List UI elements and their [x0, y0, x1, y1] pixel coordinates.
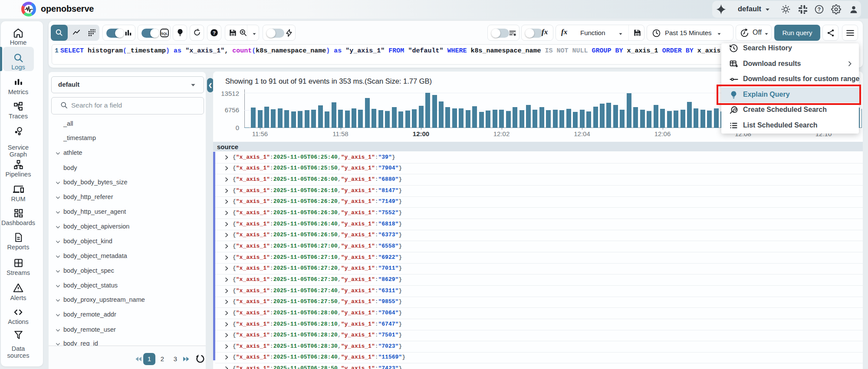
svg-text:SQL: SQL: [161, 32, 168, 36]
svg-text:?: ?: [818, 7, 821, 13]
svg-text:?: ?: [213, 30, 216, 36]
